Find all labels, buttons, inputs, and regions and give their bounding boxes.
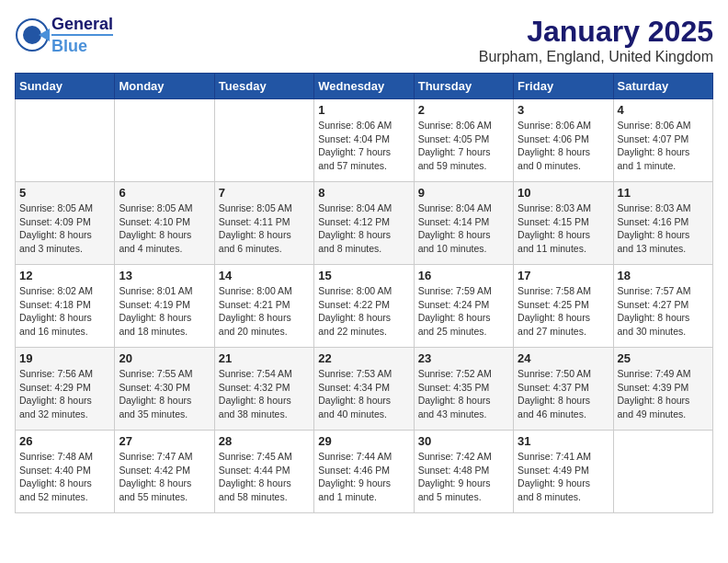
day-info: Sunrise: 8:04 AM Sunset: 4:14 PM Dayligh… [418,201,509,256]
day-number: 12 [19,269,110,282]
calendar-cell [214,99,313,182]
day-info: Sunrise: 8:00 AM Sunset: 4:21 PM Dayligh… [219,284,310,339]
calendar-cell: 7Sunrise: 8:05 AM Sunset: 4:11 PM Daylig… [214,182,313,265]
weekday-header: Tuesday [214,74,313,99]
weekday-header: Friday [514,74,613,99]
day-info: Sunrise: 7:59 AM Sunset: 4:24 PM Dayligh… [418,284,509,339]
day-number: 23 [418,351,509,365]
day-number: 29 [318,434,409,448]
day-info: Sunrise: 8:06 AM Sunset: 4:07 PM Dayligh… [618,119,709,173]
calendar-week-row: 19Sunrise: 7:56 AM Sunset: 4:29 PM Dayli… [16,348,713,431]
logo-text-general: General [51,15,113,34]
day-info: Sunrise: 7:58 AM Sunset: 4:25 PM Dayligh… [518,284,609,339]
day-info: Sunrise: 8:05 AM Sunset: 4:10 PM Dayligh… [119,201,210,256]
day-info: Sunrise: 7:55 AM Sunset: 4:30 PM Dayligh… [119,367,210,421]
day-info: Sunrise: 7:41 AM Sunset: 4:49 PM Dayligh… [518,450,609,504]
calendar-cell: 9Sunrise: 8:04 AM Sunset: 4:14 PM Daylig… [414,182,513,265]
calendar-week-row: 26Sunrise: 7:48 AM Sunset: 4:40 PM Dayli… [16,431,713,513]
day-info: Sunrise: 8:05 AM Sunset: 4:09 PM Dayligh… [19,201,110,256]
calendar-cell: 26Sunrise: 7:48 AM Sunset: 4:40 PM Dayli… [16,431,115,513]
calendar-cell: 18Sunrise: 7:57 AM Sunset: 4:27 PM Dayli… [613,265,712,348]
day-info: Sunrise: 8:04 AM Sunset: 4:12 PM Dayligh… [318,201,409,256]
day-info: Sunrise: 8:06 AM Sunset: 4:05 PM Dayligh… [418,119,509,173]
calendar-cell: 23Sunrise: 7:52 AM Sunset: 4:35 PM Dayli… [414,348,513,431]
day-number: 31 [518,434,609,448]
calendar-cell: 3Sunrise: 8:06 AM Sunset: 4:06 PM Daylig… [514,99,613,182]
calendar-cell: 11Sunrise: 8:03 AM Sunset: 4:16 PM Dayli… [613,182,712,265]
calendar-cell: 8Sunrise: 8:04 AM Sunset: 4:12 PM Daylig… [314,182,414,265]
calendar-cell: 5Sunrise: 8:05 AM Sunset: 4:09 PM Daylig… [16,182,115,265]
calendar-cell: 29Sunrise: 7:44 AM Sunset: 4:46 PM Dayli… [314,431,414,513]
day-info: Sunrise: 8:03 AM Sunset: 4:15 PM Dayligh… [518,201,609,256]
day-number: 10 [518,186,609,200]
day-info: Sunrise: 7:57 AM Sunset: 4:27 PM Dayligh… [618,284,709,339]
day-number: 15 [318,269,409,282]
calendar-week-row: 1Sunrise: 8:06 AM Sunset: 4:04 PM Daylig… [16,99,713,182]
day-info: Sunrise: 8:00 AM Sunset: 4:22 PM Dayligh… [318,284,409,339]
calendar-cell [16,99,115,182]
day-number: 26 [19,434,110,448]
calendar-cell: 24Sunrise: 7:50 AM Sunset: 4:37 PM Dayli… [514,348,613,431]
logo: General Blue [15,15,113,55]
calendar-cell: 30Sunrise: 7:42 AM Sunset: 4:48 PM Dayli… [414,431,513,513]
calendar-cell: 20Sunrise: 7:55 AM Sunset: 4:30 PM Dayli… [115,348,214,431]
calendar-subtitle: Burpham, England, United Kingdom [479,49,713,65]
calendar-cell: 17Sunrise: 7:58 AM Sunset: 4:25 PM Dayli… [514,265,613,348]
day-number: 14 [219,269,310,282]
day-number: 3 [518,103,609,117]
calendar-week-row: 12Sunrise: 8:02 AM Sunset: 4:18 PM Dayli… [16,265,713,348]
day-number: 2 [418,103,509,117]
day-number: 7 [219,186,310,200]
calendar-cell: 31Sunrise: 7:41 AM Sunset: 4:49 PM Dayli… [514,431,613,513]
logo-text-blue: Blue [51,34,113,56]
day-number: 17 [518,269,609,282]
calendar-cell: 12Sunrise: 8:02 AM Sunset: 4:18 PM Dayli… [16,265,115,348]
calendar-cell: 27Sunrise: 7:47 AM Sunset: 4:42 PM Dayli… [115,431,214,513]
calendar-cell [115,99,214,182]
calendar-cell: 28Sunrise: 7:45 AM Sunset: 4:44 PM Dayli… [214,431,313,513]
weekday-header: Wednesday [314,74,414,99]
calendar-table: SundayMondayTuesdayWednesdayThursdayFrid… [15,73,713,513]
day-number: 13 [119,269,210,282]
day-number: 24 [518,351,609,365]
calendar-cell: 6Sunrise: 8:05 AM Sunset: 4:10 PM Daylig… [115,182,214,265]
day-number: 27 [119,434,210,448]
calendar-cell: 4Sunrise: 8:06 AM Sunset: 4:07 PM Daylig… [613,99,712,182]
day-info: Sunrise: 7:45 AM Sunset: 4:44 PM Dayligh… [219,450,310,504]
day-info: Sunrise: 8:06 AM Sunset: 4:04 PM Dayligh… [318,119,409,173]
day-number: 16 [418,269,509,282]
calendar-cell: 1Sunrise: 8:06 AM Sunset: 4:04 PM Daylig… [314,99,414,182]
page-header: General Blue January 2025 Burpham, Engla… [15,15,713,65]
title-block: January 2025 Burpham, England, United Ki… [479,15,713,65]
weekday-header: Saturday [613,74,712,99]
weekday-header: Sunday [16,74,115,99]
day-info: Sunrise: 7:47 AM Sunset: 4:42 PM Dayligh… [119,450,210,504]
day-number: 22 [318,351,409,365]
day-number: 20 [119,351,210,365]
calendar-cell: 13Sunrise: 8:01 AM Sunset: 4:19 PM Dayli… [115,265,214,348]
day-number: 1 [318,103,409,117]
day-info: Sunrise: 7:53 AM Sunset: 4:34 PM Dayligh… [318,367,409,421]
day-number: 8 [318,186,409,200]
day-number: 9 [418,186,509,200]
calendar-cell: 15Sunrise: 8:00 AM Sunset: 4:22 PM Dayli… [314,265,414,348]
day-info: Sunrise: 8:02 AM Sunset: 4:18 PM Dayligh… [19,284,110,339]
day-info: Sunrise: 8:06 AM Sunset: 4:06 PM Dayligh… [518,119,609,173]
day-number: 18 [618,269,709,282]
calendar-cell: 14Sunrise: 8:00 AM Sunset: 4:21 PM Dayli… [214,265,313,348]
weekday-header: Thursday [414,74,513,99]
svg-marker-2 [39,29,50,41]
day-info: Sunrise: 7:44 AM Sunset: 4:46 PM Dayligh… [318,450,409,504]
day-info: Sunrise: 7:56 AM Sunset: 4:29 PM Dayligh… [19,367,110,421]
day-number: 28 [219,434,310,448]
day-info: Sunrise: 8:03 AM Sunset: 4:16 PM Dayligh… [618,201,709,256]
day-info: Sunrise: 7:48 AM Sunset: 4:40 PM Dayligh… [19,450,110,504]
calendar-cell: 16Sunrise: 7:59 AM Sunset: 4:24 PM Dayli… [414,265,513,348]
weekday-header: Monday [115,74,214,99]
logo-icon [15,17,50,52]
calendar-cell: 21Sunrise: 7:54 AM Sunset: 4:32 PM Dayli… [214,348,313,431]
day-info: Sunrise: 7:42 AM Sunset: 4:48 PM Dayligh… [418,450,509,504]
day-info: Sunrise: 7:52 AM Sunset: 4:35 PM Dayligh… [418,367,509,421]
day-info: Sunrise: 8:01 AM Sunset: 4:19 PM Dayligh… [119,284,210,339]
day-number: 4 [618,103,709,117]
